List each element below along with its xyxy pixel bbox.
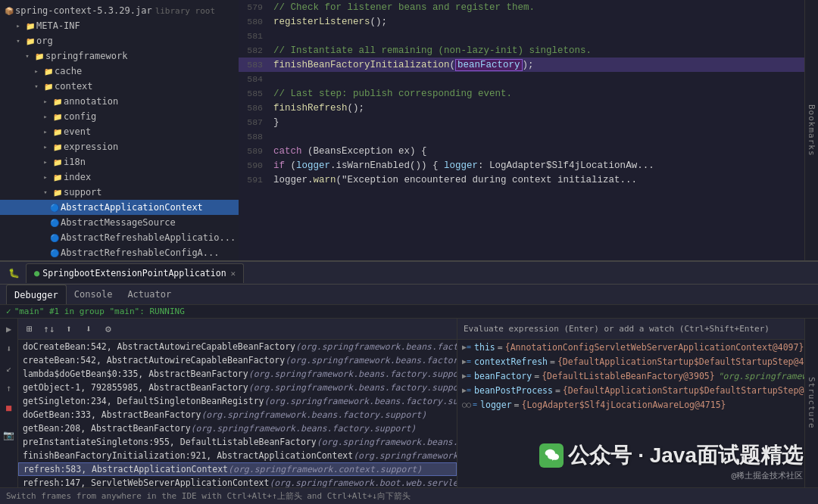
- tree-item-org[interactable]: ▾📁org: [0, 33, 239, 48]
- var-equals-icon: =: [467, 386, 471, 394]
- tree-item-annotation[interactable]: ▸📁annotation: [0, 94, 239, 109]
- stack-frame-frame-7[interactable]: getBean:208, AbstractBeanFactory (org.sp…: [18, 422, 457, 435]
- stack-frame-frame-9[interactable]: finishBeanFactoryInitialization:921, Abs…: [18, 449, 457, 462]
- frame-class: (org.springframework.beans.factory.suppo…: [317, 437, 457, 447]
- tree-item-event[interactable]: ▸📁event: [0, 124, 239, 139]
- expand-btn[interactable]: ⬆: [61, 321, 77, 338]
- tree-item-AbstractMessageSource[interactable]: 🔵AbstractMessageSource: [0, 215, 239, 230]
- file-icon: 🔵: [48, 219, 61, 227]
- code-line-590: 590 if (logger.isWarnEnabled()) { logger…: [239, 158, 804, 173]
- eval-label: Evaluate expression (Enter) or add a wat…: [464, 324, 770, 334]
- tree-label: AbstractRefreshableConfigA...: [61, 247, 220, 258]
- var-item-this[interactable]: ▶=this = {AnnotationConfigServletWebServ…: [457, 340, 804, 354]
- step-over-icon[interactable]: ⬇: [2, 341, 17, 356]
- stack-toolbar: ⊞ ↑↓ ⬆ ⬇ ⚙: [18, 319, 457, 340]
- tab-actuator[interactable]: Actuator: [120, 285, 179, 304]
- tree-label: AbstractApplicationContext: [61, 202, 203, 213]
- stack-frame-frame-4[interactable]: getObject-1, 792855985, AbstractBeanFact…: [18, 381, 457, 394]
- folder-icon: 📁: [52, 173, 64, 182]
- debug-app-tab[interactable]: ● SpringbootExtensionPointApplication ✕: [26, 263, 244, 283]
- stack-frame-frame-3[interactable]: lambda$doGetBean$0:335, AbstractBeanFact…: [18, 367, 457, 381]
- stop-icon[interactable]: ■: [2, 400, 17, 415]
- code-editor: 579// Check for listener beans and regis…: [239, 0, 804, 260]
- tree-item-AbstractRefreshableConfigAp[interactable]: 🔵AbstractRefreshableConfigA...: [0, 245, 239, 260]
- stack-frame-frame-6[interactable]: doGetBean:333, AbstractBeanFactory (org.…: [18, 408, 457, 422]
- stack-frame-frame-5[interactable]: getSingleton:234, DefaultSingletonBeanRe…: [18, 394, 457, 408]
- tab-debugger[interactable]: Debugger: [6, 285, 67, 304]
- tree-item-i18n[interactable]: ▸📁i18n: [0, 154, 239, 170]
- tree-item-meta-inf[interactable]: ▸📁META-INF: [0, 18, 239, 33]
- sort-btn[interactable]: ↑↓: [41, 321, 58, 338]
- debug-tab-bar: 🐛 ● SpringbootExtensionPointApplication …: [0, 262, 818, 285]
- frame-class: (org.springframework.beans.factory.suppo…: [201, 409, 426, 420]
- var-name: this: [474, 342, 495, 353]
- line-number: 579: [239, 2, 270, 12]
- code-line-580: 580 registerListeners();: [239, 14, 804, 29]
- var-equals-icon: =: [467, 343, 471, 351]
- var-name: contextRefresh: [474, 356, 548, 367]
- var-equals-icon: =: [467, 357, 471, 366]
- collapse-btn[interactable]: ⬇: [80, 321, 97, 338]
- camera-icon[interactable]: 📷: [2, 428, 17, 443]
- frame-class: (org.springframework.beans.factory.suppo…: [248, 382, 457, 393]
- debug-icon[interactable]: 🐛: [6, 266, 21, 281]
- tree-item-context[interactable]: ▾📁context: [0, 79, 239, 94]
- frame-method: createBean:542, AbstractAutowireCapableB…: [23, 355, 285, 366]
- folder-icon: 📁: [52, 113, 64, 121]
- filter-btn[interactable]: ⊞: [21, 321, 38, 338]
- tree-label: event: [64, 126, 91, 137]
- var-type: "org.springframework.beans.facto...: [718, 371, 804, 381]
- tree-item-support[interactable]: ▾📁support: [0, 185, 239, 200]
- tree-item-expression[interactable]: ▸📁expression: [0, 139, 239, 154]
- var-eq: =: [534, 371, 539, 381]
- tree-item-config[interactable]: ▸📁config: [0, 109, 239, 124]
- step-out-icon[interactable]: ↑: [2, 381, 17, 396]
- folder-icon: 📁: [33, 52, 45, 61]
- var-item-contextRefresh[interactable]: ▶=contextRefresh = {DefaultApplicationSt…: [457, 354, 804, 369]
- tree-label: index: [64, 172, 91, 182]
- tree-item-AbstractRefreshableApplicationContext[interactable]: 🔵AbstractRefreshableApplicatio...: [0, 230, 239, 245]
- tree-label: config: [64, 111, 96, 122]
- tree-item-springframework[interactable]: ▾📁springframework: [0, 48, 239, 64]
- tree-item-spring-context-jar[interactable]: 📦spring-context-5.3.29.jarlibrary root: [0, 3, 239, 18]
- stack-frame-frame-8[interactable]: preInstantiateSingletons:955, DefaultLis…: [18, 435, 457, 449]
- settings-btn[interactable]: ⚙: [100, 321, 117, 338]
- tree-label: cache: [55, 66, 82, 76]
- var-item-logger[interactable]: ○○=logger = {LogAdapter$Slf4jLocationAwa…: [457, 397, 804, 412]
- var-value: {DefaultListableBeanFactory@3905}: [542, 371, 714, 381]
- structure-sidebar[interactable]: Structure: [804, 319, 818, 487]
- stack-frame-frame-10[interactable]: refresh:583, AbstractApplicationContext …: [18, 462, 457, 476]
- file-tree: 📦spring-context-5.3.29.jarlibrary root▸📁…: [0, 0, 239, 260]
- frame-method: finishBeanFactoryInitialization:921, Abs…: [23, 450, 353, 461]
- tree-item-index[interactable]: ▸📁index: [0, 170, 239, 185]
- step-into-icon[interactable]: ↙: [2, 361, 17, 376]
- running-status: ✓ "main" #1 in group "main": RUNNING: [0, 305, 818, 319]
- tree-sublabel: library root: [155, 6, 215, 16]
- var-eq: =: [550, 356, 555, 367]
- stack-frame-frame-2[interactable]: createBean:542, AbstractAutowireCapableB…: [18, 353, 457, 367]
- frame-class: (org.springframework.beans.factory.suppo…: [285, 355, 457, 366]
- code-line-579: 579// Check for listener beans and regis…: [239, 0, 804, 14]
- var-value: {DefaultApplicationStartup$DefaultStartu…: [563, 385, 804, 396]
- tree-label: org: [36, 36, 53, 46]
- vars-toolbar: Evaluate expression (Enter) or add a wat…: [457, 319, 804, 340]
- folder-icon: 📁: [24, 37, 36, 45]
- tree-item-cache[interactable]: ▸📁cache: [0, 64, 239, 79]
- line-number: 581: [239, 31, 270, 41]
- tab-console[interactable]: Console: [67, 285, 120, 304]
- running-label: "main" #1 in group "main": RUNNING: [14, 306, 185, 316]
- stack-frame-frame-1[interactable]: doCreateBean:542, AbstractAutowireCapabl…: [18, 340, 457, 353]
- resume-icon[interactable]: ▶: [2, 322, 17, 337]
- bookmarks-sidebar[interactable]: Bookmarks: [804, 0, 818, 260]
- expand-arrow: ▸: [30, 67, 42, 75]
- var-item-beanPostProcess[interactable]: ▶=beanPostProcess = {DefaultApplicationS…: [457, 383, 804, 397]
- var-item-beanFactory[interactable]: ▶=beanFactory = {DefaultListableBeanFact…: [457, 369, 804, 383]
- stack-frame-frame-11[interactable]: refresh:147, ServletWebServerApplication…: [18, 476, 457, 487]
- folder-icon: 📁: [52, 188, 64, 197]
- top-section: 📦spring-context-5.3.29.jarlibrary root▸📁…: [0, 0, 818, 262]
- line-content: }: [270, 117, 804, 128]
- tab-console-label: Console: [74, 289, 113, 300]
- file-icon: 🔵: [48, 234, 61, 242]
- folder-icon: 📁: [42, 67, 55, 76]
- tree-item-AbstractApplicationContext[interactable]: 🔵AbstractApplicationContext: [0, 200, 239, 215]
